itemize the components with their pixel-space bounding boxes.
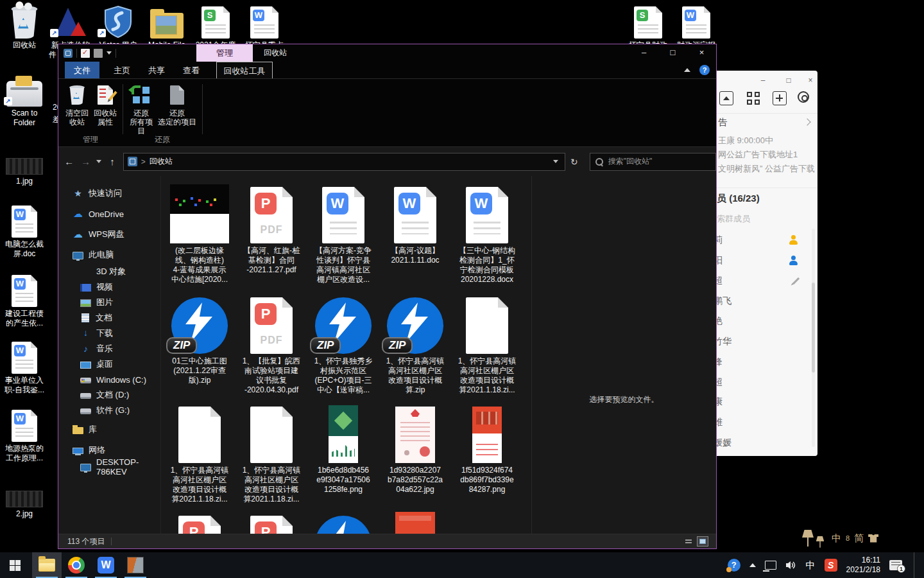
chat-close-button[interactable]: × xyxy=(803,76,817,86)
desktop-icon-doc1[interactable]: 电脑怎么截 屏.doc xyxy=(3,203,46,259)
file-item[interactable]: 1、怀宁县高河镇 高河社区棚户区 改造项目设计概 算2021.1.18.zi..… xyxy=(237,400,305,504)
desktop-icon-scan-to-folder[interactable]: ↗ Scan to Folder xyxy=(3,67,46,128)
address-bar[interactable]: > 回收站 xyxy=(123,153,565,171)
network-tray-icon[interactable] xyxy=(765,561,776,570)
volume-tray-icon[interactable] xyxy=(785,560,797,570)
tab-file[interactable]: 文件 xyxy=(65,62,99,78)
search-input[interactable]: 搜索"回收站" xyxy=(590,153,716,171)
restore-selected-items-button[interactable]: 还原 选定的项目 xyxy=(156,84,198,127)
chat-maximize-button[interactable]: □ xyxy=(782,76,796,86)
ime-toolbar[interactable]: 中 8 简 xyxy=(801,525,884,551)
show-desktop-button[interactable] xyxy=(914,552,918,578)
sidebar-item-videos[interactable]: 视频 xyxy=(80,280,113,294)
maximize-button[interactable]: □ xyxy=(658,44,687,62)
member-row[interactable]: 莉 xyxy=(714,231,812,248)
chat-apps-grid-icon[interactable] xyxy=(746,91,760,105)
member-row[interactable]: 鹏飞 xyxy=(714,292,812,309)
action-center-icon[interactable]: 1 xyxy=(889,560,902,570)
chat-minimize-button[interactable]: – xyxy=(756,76,770,86)
member-row[interactable]: 康 xyxy=(714,393,812,410)
sidebar-item-pictures[interactable]: 图片 xyxy=(80,295,113,310)
breadcrumb[interactable]: 回收站 xyxy=(150,156,173,167)
sidebar-item-d-drive[interactable]: 文档 (D:) xyxy=(80,388,129,402)
chat-panel-icon[interactable] xyxy=(719,91,733,105)
file-item[interactable] xyxy=(166,509,234,534)
file-item[interactable] xyxy=(237,509,305,534)
file-item[interactable] xyxy=(381,509,449,534)
taskbar-chrome[interactable] xyxy=(62,552,91,578)
chat-settings-gear-icon[interactable] xyxy=(798,91,809,103)
taskbar-clock[interactable]: 16:11 2021/2/18 xyxy=(846,556,880,575)
file-item[interactable]: 【高河-议题】 2021.1.11.doc xyxy=(381,180,449,265)
tray-expand-icon[interactable] xyxy=(749,563,756,567)
ime-tray-mode[interactable]: 中 xyxy=(806,559,816,572)
sidebar-item-c-drive[interactable]: Windows (C:) xyxy=(80,372,146,387)
member-row[interactable]: 超 xyxy=(714,272,812,288)
sidebar-item-network[interactable]: 网络 xyxy=(73,443,105,457)
ime-simplified-indicator[interactable]: 简 xyxy=(854,532,864,545)
sidebar-item-libraries[interactable]: 库 xyxy=(73,423,97,437)
thumbnail-view-button[interactable] xyxy=(697,536,708,547)
file-item[interactable]: (改二层板边缘 线、钢构造柱) 4-蓝莓成果展示 中心结施[2020... xyxy=(166,180,234,285)
file-item[interactable]: 1、怀宁县高河镇 高河社区棚户区 改造项目设计概 算2021.1.18.zi..… xyxy=(166,400,234,504)
member-row[interactable]: 竹华 xyxy=(714,333,812,349)
sidebar-item-music[interactable]: 音乐 xyxy=(80,342,113,356)
file-item[interactable]: 1、怀宁县独秀乡 村振兴示范区 (EPC+O)项目-三 中心【送审稿... xyxy=(309,291,377,395)
chat-member-search[interactable]: 索群成员 xyxy=(717,213,750,225)
title-bar[interactable]: 管理 回收站 – □ × xyxy=(58,44,716,62)
file-item[interactable]: 【三中心-钢结构 检测合同】1_怀 宁检测合同模板 20201228.docx xyxy=(453,180,521,285)
ime-num-indicator[interactable]: 8 xyxy=(846,534,850,542)
sogou-tray-icon[interactable] xyxy=(825,559,837,572)
file-item[interactable]: 【高河方案-竞争 性谈判】怀宁县 高河镇高河社区 棚户区改造设... xyxy=(309,180,377,285)
member-row[interactable]: 艳 xyxy=(714,312,812,329)
file-item[interactable]: 1b6e6d8db456 e9f3047a17506 1258fe.png xyxy=(309,400,377,495)
member-row[interactable]: 峰 xyxy=(714,353,812,370)
file-item[interactable]: 1d93280a2207 b7a82d557c22a 04a622.jpg xyxy=(381,400,449,495)
minimize-button[interactable]: – xyxy=(629,44,658,62)
tab-recycle-tools[interactable]: 回收站工具 xyxy=(216,62,273,78)
sidebar-item-desktop[interactable]: 桌面 xyxy=(80,357,113,371)
file-item[interactable]: 1、【批复】皖西 南试验站项目建 议书批复 -2020.04.30.pdf xyxy=(237,291,305,395)
help-icon[interactable]: ? xyxy=(699,65,710,75)
recycle-bin-properties-button[interactable]: 回收站 属性 xyxy=(92,84,119,127)
sidebar-item-downloads[interactable]: 下载 xyxy=(80,326,113,340)
member-row[interactable]: 超 xyxy=(714,373,812,390)
history-dropdown-icon[interactable] xyxy=(96,160,101,163)
refresh-icon[interactable]: ↻ xyxy=(570,157,578,167)
restore-all-items-button[interactable]: 还原 所有项目 xyxy=(126,84,156,136)
sidebar-item-documents[interactable]: 文档 xyxy=(80,311,112,325)
desktop-icon-doc4[interactable]: 地源热泵的 工作原理... xyxy=(3,407,46,463)
start-button[interactable] xyxy=(0,552,30,578)
file-item[interactable]: 01三中心施工图 (2021.1.22审查 版).zip xyxy=(166,291,234,385)
properties-check-icon[interactable] xyxy=(81,49,90,58)
desktop-icon-doc2[interactable]: 建设工程债 的产生依... xyxy=(3,272,46,328)
member-row[interactable]: 维 xyxy=(714,414,812,430)
up-button[interactable]: ↑ xyxy=(104,156,121,167)
sidebar-item-onedrive[interactable]: OneDrive xyxy=(73,207,124,221)
desktop-icon-doc3[interactable]: 事业单位入 职-自我鉴... xyxy=(3,339,46,395)
ime-mode-chinese[interactable]: 中 xyxy=(832,532,841,545)
recycle-bin-small-icon[interactable] xyxy=(64,49,73,58)
member-row[interactable]: 阳 xyxy=(714,252,812,268)
taskbar-wps[interactable] xyxy=(91,552,121,578)
desktop-icon-recycle-bin[interactable]: 回收站 xyxy=(3,4,46,50)
sidebar-item-3d-objects[interactable]: 3D 对象 xyxy=(80,265,126,279)
address-dropdown-icon[interactable] xyxy=(553,160,558,163)
sidebar-item-wps-cloud[interactable]: WPS网盘 xyxy=(73,227,124,241)
sidebar-item-quick-access[interactable]: 快速访问 xyxy=(73,186,122,200)
taskbar-file-explorer[interactable] xyxy=(32,552,62,578)
close-button[interactable]: × xyxy=(687,44,716,62)
sidebar-item-this-pc[interactable]: 此电脑 xyxy=(73,248,114,262)
desktop-icon-2jpg[interactable]: 2.jpg xyxy=(3,488,46,519)
chevron-down-icon[interactable] xyxy=(107,51,112,55)
ribbon-collapse-icon[interactable] xyxy=(684,68,690,72)
back-button[interactable]: ← xyxy=(61,156,78,167)
empty-recycle-bin-button[interactable]: 清空回 收站 xyxy=(64,84,90,127)
tab-view[interactable]: 查看 xyxy=(174,62,209,78)
sidebar-item-desktop-pc[interactable]: DESKTOP-786KEV xyxy=(80,460,160,474)
member-row[interactable]: 媛媛 xyxy=(714,434,812,451)
help-tray-icon[interactable]: ? xyxy=(728,559,740,572)
file-item[interactable] xyxy=(309,509,377,534)
taskbar-photo-app[interactable] xyxy=(121,552,150,578)
tab-home[interactable]: 主页 xyxy=(105,62,139,78)
